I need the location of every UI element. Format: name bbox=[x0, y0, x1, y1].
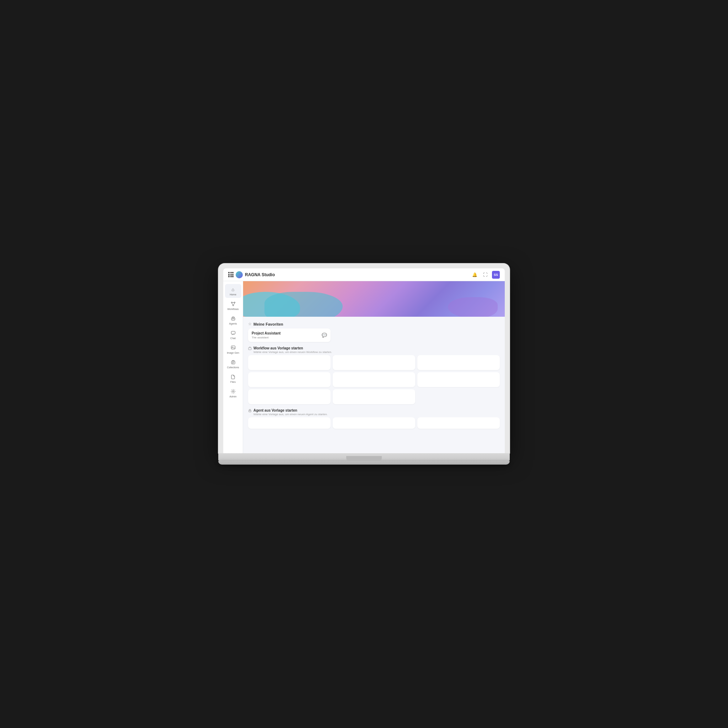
agent-header-text: Agent aus Vorlage starten Wähle eine Vor… bbox=[254, 408, 328, 416]
chat-icon bbox=[230, 330, 236, 336]
svg-rect-13 bbox=[231, 361, 235, 364]
favorite-card-desc: The assistant bbox=[252, 336, 280, 339]
svg-line-5 bbox=[232, 303, 233, 305]
svg-point-0 bbox=[231, 302, 232, 303]
agent-header: Agent aus Vorlage starten Wähle eine Vor… bbox=[248, 408, 500, 416]
expand-icon[interactable]: ⛶ bbox=[481, 271, 489, 279]
favorite-card-chat-icon: 💬 bbox=[322, 333, 327, 338]
workflow-template-8[interactable] bbox=[333, 389, 415, 404]
home-icon: ⌂ bbox=[230, 286, 236, 292]
sidebar-item-admin[interactable]: Admin bbox=[225, 386, 242, 400]
star-icon: ☆ bbox=[248, 322, 252, 326]
svg-point-8 bbox=[232, 319, 233, 320]
sidebar-label-image-gen: Image Gen bbox=[227, 352, 239, 354]
sidebar-item-files[interactable]: Files bbox=[225, 372, 242, 385]
app-title: RAGNA Studio bbox=[245, 272, 275, 277]
content-area: ☆ Meine Favoriten Project Assistant The … bbox=[243, 281, 505, 453]
sidebar-item-home[interactable]: ⌂ Home bbox=[225, 284, 242, 298]
laptop-base bbox=[218, 453, 510, 461]
favorites-grid: Project Assistant The assistant 💬 bbox=[248, 329, 500, 342]
app-container: RAGNA Studio 🔔 ⛶ SS ⌂ Home bbox=[223, 268, 505, 453]
workflow-icon bbox=[248, 347, 252, 351]
sidebar-label-workflows: Workflows bbox=[227, 308, 239, 310]
agent-section: Agent aus Vorlage starten Wähle eine Vor… bbox=[248, 408, 500, 429]
agent-template-2[interactable] bbox=[333, 418, 415, 429]
hero-banner bbox=[243, 281, 505, 317]
agents-icon bbox=[230, 315, 236, 322]
laptop-frame: RAGNA Studio 🔔 ⛶ SS ⌂ Home bbox=[218, 263, 510, 465]
collections-icon bbox=[230, 359, 236, 366]
sidebar-label-files: Files bbox=[230, 381, 236, 383]
sidebar: ⌂ Home bbox=[223, 281, 243, 453]
screen-bezel: RAGNA Studio 🔔 ⛶ SS ⌂ Home bbox=[218, 263, 510, 453]
svg-rect-17 bbox=[248, 348, 251, 350]
workflow-subtitle: Wähle eine Vorlage aus, um einen neuen W… bbox=[254, 350, 332, 354]
workflow-header-text: Workflow aus Vorlage starten Wähle eine … bbox=[254, 346, 332, 354]
files-icon bbox=[230, 373, 236, 380]
favorite-card-name: Project Assistant bbox=[252, 331, 280, 335]
image-gen-icon bbox=[230, 344, 236, 351]
admin-icon bbox=[230, 388, 236, 395]
workflow-template-4[interactable] bbox=[248, 372, 330, 387]
sidebar-label-home: Home bbox=[229, 293, 236, 296]
notification-icon[interactable]: 🔔 bbox=[471, 271, 479, 279]
svg-point-2 bbox=[232, 305, 234, 306]
workflow-template-grid bbox=[248, 355, 500, 404]
hero-wave-3 bbox=[448, 297, 498, 317]
logo bbox=[236, 271, 243, 278]
main-layout: ⌂ Home bbox=[223, 281, 505, 453]
user-avatar[interactable]: SS bbox=[492, 271, 500, 279]
content-inner: ☆ Meine Favoriten Project Assistant The … bbox=[243, 317, 505, 435]
favorites-title: Meine Favoriten bbox=[254, 322, 283, 326]
agent-template-1[interactable] bbox=[248, 418, 330, 429]
svg-line-4 bbox=[234, 303, 235, 305]
agent-title: Agent aus Vorlage starten bbox=[254, 408, 328, 412]
workflow-template-5[interactable] bbox=[333, 372, 415, 387]
sidebar-item-chat[interactable]: Chat bbox=[225, 328, 242, 342]
sidebar-label-agents: Agents bbox=[229, 323, 237, 325]
workflow-template-7[interactable] bbox=[248, 389, 330, 404]
workflow-template-1[interactable] bbox=[248, 355, 330, 370]
sidebar-item-collections[interactable]: Collections bbox=[225, 357, 242, 371]
agent-template-3[interactable] bbox=[418, 418, 500, 429]
svg-point-16 bbox=[232, 391, 234, 392]
sidebar-item-workflows[interactable]: Workflows bbox=[225, 298, 242, 312]
workflow-section: Workflow aus Vorlage starten Wähle eine … bbox=[248, 346, 500, 404]
sidebar-item-agents[interactable]: Agents bbox=[225, 313, 242, 327]
svg-point-1 bbox=[234, 302, 235, 303]
workflow-template-3[interactable] bbox=[418, 355, 500, 370]
favorites-section-header: ☆ Meine Favoriten bbox=[248, 322, 500, 326]
svg-rect-10 bbox=[231, 331, 235, 334]
screen: RAGNA Studio 🔔 ⛶ SS ⌂ Home bbox=[223, 268, 505, 453]
laptop-notch bbox=[346, 456, 382, 461]
sidebar-label-admin: Admin bbox=[229, 395, 237, 398]
favorite-card-info: Project Assistant The assistant bbox=[252, 331, 280, 339]
sidebar-label-collections: Collections bbox=[227, 366, 239, 369]
workflows-icon bbox=[230, 301, 236, 307]
sidebar-label-chat: Chat bbox=[230, 337, 236, 340]
hero-wave-2 bbox=[265, 292, 343, 317]
topbar-left: RAGNA Studio bbox=[228, 271, 275, 278]
agent-template-grid bbox=[248, 418, 500, 429]
svg-point-9 bbox=[234, 319, 234, 320]
grid-menu-icon[interactable] bbox=[228, 272, 234, 277]
favorite-card-project-assistant[interactable]: Project Assistant The assistant 💬 bbox=[248, 329, 330, 342]
workflow-template-6[interactable] bbox=[418, 372, 500, 387]
laptop-bottom bbox=[218, 461, 510, 465]
topbar-right: 🔔 ⛶ SS bbox=[471, 271, 500, 279]
svg-rect-11 bbox=[231, 346, 235, 349]
agent-subtitle: Wähle eine Vorlage aus, um einen neuen A… bbox=[254, 413, 328, 416]
topbar: RAGNA Studio 🔔 ⛶ SS bbox=[223, 268, 505, 281]
workflow-title: Workflow aus Vorlage starten bbox=[254, 346, 332, 350]
workflow-template-2[interactable] bbox=[333, 355, 415, 370]
agent-section-icon bbox=[248, 409, 252, 413]
sidebar-item-image-gen[interactable]: Image Gen bbox=[225, 342, 242, 356]
workflow-header: Workflow aus Vorlage starten Wähle eine … bbox=[248, 346, 500, 354]
